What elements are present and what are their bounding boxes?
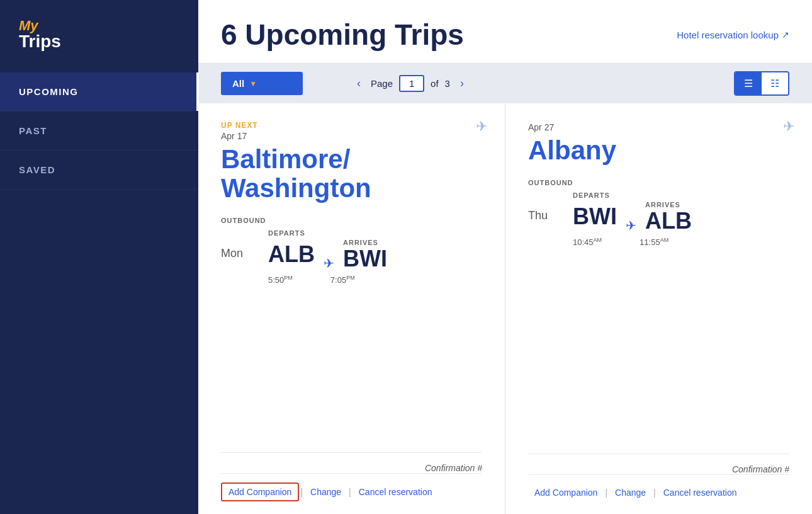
sidebar-item-saved[interactable]: SAVED [0,151,198,190]
trip-date-2: Apr 27 [528,122,789,132]
change-button-1[interactable]: Change [304,483,347,501]
arrives-time-2: 11:55AM [640,237,668,247]
trip-card-2: ✈ Apr 27 Albany OUTBOUND Thu DEPARTS BWI… [505,103,812,514]
day-col-2: Thu [528,191,548,229]
hotel-lookup-label: Hotel reservation lookup [677,30,779,40]
chevron-down-icon: ▼ [249,79,257,88]
route-arrow-1: ✈ [324,256,334,271]
trips-area: ✈ UP NEXT Apr 17 Baltimore/ Washington O… [198,103,812,514]
outbound-label-2: OUTBOUND [528,179,789,186]
confirmation-1: Confirmation # [221,452,482,473]
sidebar: My Trips UPCOMING PAST SAVED [0,0,198,514]
departs-time-2: 10:45AM [573,237,602,247]
grid-view-icon: ☷ [770,77,779,89]
list-view-button[interactable]: ☰ [735,72,762,94]
flight-section-1: OUTBOUND Mon DEPARTS ALB ✈ ARRIVES [221,217,482,285]
from-code-1: ALB [268,243,315,266]
arrives-time-1: 7:05PM [330,275,355,285]
grid-view-button[interactable]: ☷ [762,72,788,94]
main-header: 6 Upcoming Trips Hotel reservation looku… [198,0,812,64]
pagination: ‹ Page of 3 › [353,75,468,92]
filter-label: All [232,78,244,89]
trip-destination-1: Baltimore/ Washington [221,145,482,203]
sidebar-trips-label: Trips [19,33,179,50]
toolbar: All ▼ ‹ Page of 3 › ☰ ☷ [198,64,812,103]
sidebar-item-past[interactable]: PAST [0,111,198,151]
main-content: 6 Upcoming Trips Hotel reservation looku… [198,0,812,514]
flight-section-2: OUTBOUND Thu DEPARTS BWI ✈ ARRIVES [528,179,789,247]
total-pages: 3 [445,78,450,89]
day-2: Thu [528,209,548,222]
sidebar-logo: My Trips [0,0,198,66]
departs-label-1: DEPARTS [268,229,387,237]
add-companion-button-2[interactable]: Add Companion [528,484,604,501]
view-toggle: ☰ ☷ [734,71,789,96]
to-code-2: ALB [645,210,692,232]
external-link-icon: ↗ [782,30,789,40]
add-companion-button-1[interactable]: Add Companion [221,483,299,501]
sidebar-item-upcoming[interactable]: UPCOMING [0,72,198,111]
departs-time-1: 5:50PM [268,275,293,285]
list-view-icon: ☰ [744,77,753,89]
trip-date-1: Apr 17 [221,131,482,141]
cancel-button-2[interactable]: Cancel reservation [657,484,743,501]
page-input[interactable] [399,75,424,92]
page-title: 6 Upcoming Trips [221,18,464,52]
cancel-button-1[interactable]: Cancel reservation [352,483,439,501]
up-next-badge: UP NEXT [221,121,482,130]
hotel-lookup-link[interactable]: Hotel reservation lookup ↗ [677,30,789,40]
to-code-1: BWI [343,248,387,270]
trip-card-1: ✈ UP NEXT Apr 17 Baltimore/ Washington O… [198,103,505,514]
next-page-button[interactable]: › [456,76,468,91]
of-label: of [431,78,439,89]
confirmation-2: Confirmation # [528,454,789,474]
page-label: Page [371,78,393,89]
outbound-label-1: OUTBOUND [221,217,482,224]
card-actions-2: Add Companion | Change | Cancel reservat… [528,474,789,501]
change-button-2[interactable]: Change [609,484,652,501]
departs-label-2: DEPARTS [573,191,692,199]
airplane-icon-2: ✈ [783,118,794,135]
route-arrow-2: ✈ [626,218,636,233]
sidebar-nav: UPCOMING PAST SAVED [0,72,198,190]
from-code-2: BWI [573,205,617,228]
day-col-1: Mon [221,229,243,266]
prev-page-button[interactable]: ‹ [353,76,364,91]
airplane-icon-1: ✈ [476,118,487,135]
filter-dropdown[interactable]: All ▼ [221,72,303,95]
sidebar-my-label: My [19,19,179,33]
day-1: Mon [221,247,243,260]
card-actions-1: Add Companion | Change | Cancel reservat… [221,473,482,501]
trip-destination-2: Albany [528,136,789,165]
